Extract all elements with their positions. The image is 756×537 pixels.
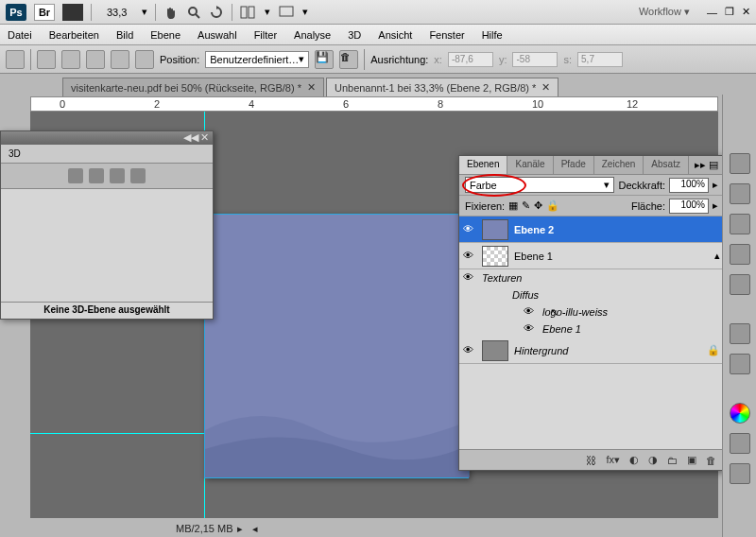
dock-styles-icon[interactable] <box>730 354 750 374</box>
close-tab-icon[interactable]: ✕ <box>541 81 550 94</box>
menu-auswahl[interactable]: Auswahl <box>198 29 237 41</box>
doc-tab-2[interactable]: Unbenannt-1 bei 33,3% (Ebene 2, RGB/8) *… <box>326 78 558 96</box>
dock-para-icon[interactable] <box>730 274 750 295</box>
ruler-horizontal[interactable]: 0 2 4 6 8 10 12 <box>30 96 718 112</box>
tab-absatz[interactable]: Absatz <box>644 156 689 174</box>
dock-channels-icon[interactable] <box>730 183 750 204</box>
zoom-tool-icon[interactable] <box>186 5 201 20</box>
3d-mesh-icon[interactable] <box>89 168 104 183</box>
menu-filter[interactable]: Filter <box>254 29 277 41</box>
layer-thumb[interactable] <box>482 219 508 240</box>
doc-tab-1[interactable]: visitenkarte-neu.pdf bei 50% (Rückseite,… <box>62 78 324 96</box>
trash-icon[interactable]: 🗑 <box>706 455 716 466</box>
menu-ebene[interactable]: Ebene <box>150 29 180 41</box>
fx-icon[interactable]: fx▾ <box>606 454 620 466</box>
3d-scene-icon[interactable] <box>68 168 83 183</box>
fill-field[interactable]: 100% <box>669 199 709 214</box>
tool-preset-icon[interactable] <box>6 50 25 69</box>
layer-name[interactable]: Ebene 1 <box>514 251 553 262</box>
close-icon[interactable]: ✕ <box>742 6 750 18</box>
layer-name[interactable]: Ebene 2 <box>514 224 554 235</box>
workspace-switcher[interactable]: Workflow ▾ <box>639 6 690 18</box>
visibility-icon[interactable]: 👁 <box>524 322 537 336</box>
x-field[interactable]: -87,6 <box>448 52 493 67</box>
dock-paths-icon[interactable] <box>730 214 750 234</box>
arrange-icon[interactable] <box>240 5 257 20</box>
layer-thumb[interactable] <box>482 340 508 361</box>
rotate-tool-icon[interactable] <box>209 5 224 20</box>
layer-row[interactable]: 👁 Ebene 2 <box>459 217 724 243</box>
fill-flyout-icon[interactable]: ▸ <box>713 199 718 212</box>
link-layers-icon[interactable]: ⛓ <box>586 455 596 466</box>
tab-zeichen[interactable]: Zeichen <box>594 156 644 174</box>
opacity-field[interactable]: 100% <box>669 178 709 193</box>
doc-size[interactable]: MB/2,15 MB <box>176 523 233 534</box>
artboard[interactable] <box>204 214 469 478</box>
dock-fx-icon[interactable] <box>730 463 750 484</box>
tab-3d[interactable]: 3D <box>1 145 213 164</box>
menu-hilfe[interactable]: Hilfe <box>482 29 503 41</box>
menu-datei[interactable]: Datei <box>8 29 32 41</box>
group-icon[interactable]: 🗀 <box>667 455 678 466</box>
dock-char-icon[interactable] <box>730 244 750 265</box>
layer-thumb[interactable] <box>482 246 508 267</box>
bridge-icon[interactable]: Br <box>34 4 55 21</box>
adjustment-icon[interactable]: ◑ <box>648 454 658 466</box>
scale-3d-icon[interactable] <box>135 50 154 69</box>
tab-pfade[interactable]: Pfade <box>554 156 594 174</box>
dock-swatches-icon[interactable] <box>730 433 750 454</box>
tab-kanaele[interactable]: Kanäle <box>507 156 553 174</box>
slide-3d-icon[interactable] <box>111 50 129 69</box>
status-flyout-icon[interactable]: ▸ <box>237 523 243 535</box>
texture-name[interactable]: Ebene 1 <box>542 323 581 335</box>
layer-row[interactable]: 👁 Ebene 1 ▴ <box>459 243 724 269</box>
menu-bearbeiten[interactable]: Bearbeiten <box>49 29 99 41</box>
visibility-icon[interactable]: 👁 <box>524 305 537 319</box>
menu-analyse[interactable]: Analyse <box>294 29 331 41</box>
lock-all-icon[interactable]: 🔒 <box>546 199 559 212</box>
dock-layers-icon[interactable] <box>730 153 750 174</box>
close-tab-icon[interactable]: ✕ <box>307 81 316 94</box>
close-panel-icon[interactable]: ✕ <box>200 131 209 145</box>
delete-preset-icon[interactable]: 🗑 <box>339 50 358 69</box>
scroll-up-icon[interactable]: ▴ <box>714 250 720 262</box>
minimize-icon[interactable]: — <box>707 7 717 18</box>
collapse-icon[interactable]: ◀◀ <box>183 131 198 145</box>
3d-light-icon[interactable] <box>130 168 146 183</box>
restore-icon[interactable]: ❐ <box>725 6 734 18</box>
new-layer-icon[interactable]: ▣ <box>687 454 696 466</box>
mini-bridge-icon[interactable] <box>62 4 83 21</box>
3d-material-icon[interactable] <box>110 168 125 183</box>
rotate-3d-icon[interactable] <box>61 50 80 69</box>
tab-ebenen[interactable]: Ebenen <box>459 156 507 174</box>
y-field[interactable]: -58 <box>512 52 558 67</box>
hand-tool-icon[interactable] <box>163 5 179 20</box>
pan-3d-icon[interactable] <box>86 50 105 69</box>
panel-collapse-icon[interactable]: ▸▸ ▤ <box>689 156 724 174</box>
layer-name[interactable]: Hintergrund <box>514 345 568 356</box>
lock-trans-icon[interactable]: ▦ <box>508 199 518 212</box>
dock-color-icon[interactable] <box>730 403 750 424</box>
lock-pos-icon[interactable]: ✥ <box>534 199 542 212</box>
scroll-left-icon[interactable]: ◂ <box>252 523 258 535</box>
visibility-icon[interactable]: 👁 <box>463 223 476 236</box>
mask-icon[interactable]: ◐ <box>629 454 639 466</box>
menu-bild[interactable]: Bild <box>116 29 133 41</box>
new-3d-icon[interactable] <box>37 50 56 69</box>
lock-pixel-icon[interactable]: ✎ <box>522 199 530 212</box>
visibility-icon[interactable]: 👁 <box>463 344 476 357</box>
save-preset-icon[interactable]: 💾 <box>315 50 334 69</box>
zoom-level[interactable]: 33,3 <box>99 7 134 18</box>
menu-ansicht[interactable]: Ansicht <box>378 29 412 41</box>
visibility-icon[interactable]: 👁 <box>463 271 476 285</box>
opacity-flyout-icon[interactable]: ▸ <box>713 179 718 191</box>
position-select[interactable]: Benutzerdefiniert…▾ <box>205 51 309 68</box>
screen-mode-icon[interactable] <box>278 5 295 20</box>
visibility-icon[interactable]: 👁 <box>463 250 476 263</box>
menu-3d[interactable]: 3D <box>348 29 361 41</box>
layer-row[interactable]: 👁 Hintergrund 🔒 <box>459 338 724 364</box>
dock-adj-icon[interactable] <box>730 323 750 344</box>
menu-fenster[interactable]: Fenster <box>429 29 464 41</box>
s-field[interactable]: 5,7 <box>577 52 623 67</box>
blend-mode-select[interactable]: Farbe▾ <box>465 177 614 193</box>
